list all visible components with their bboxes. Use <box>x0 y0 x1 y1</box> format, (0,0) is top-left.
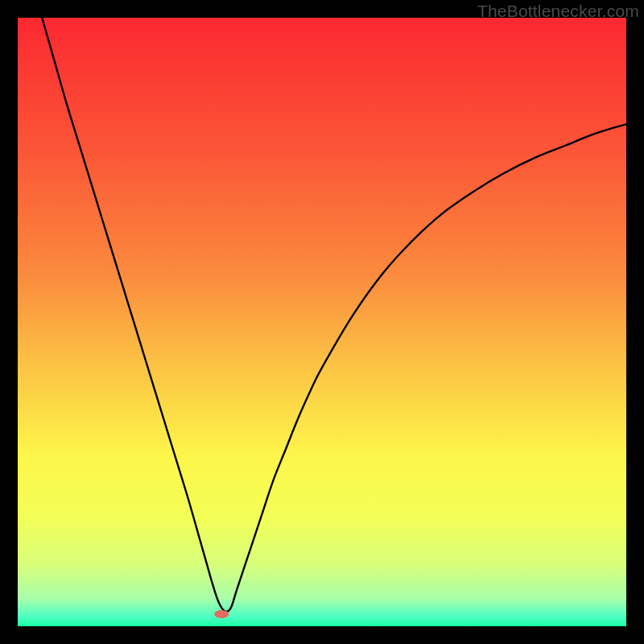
chart-svg <box>18 18 626 626</box>
minimum-marker <box>214 610 229 618</box>
chart-frame: TheBottlenecker.com <box>0 0 644 644</box>
plot-area <box>18 18 626 626</box>
gradient-background <box>18 18 626 626</box>
